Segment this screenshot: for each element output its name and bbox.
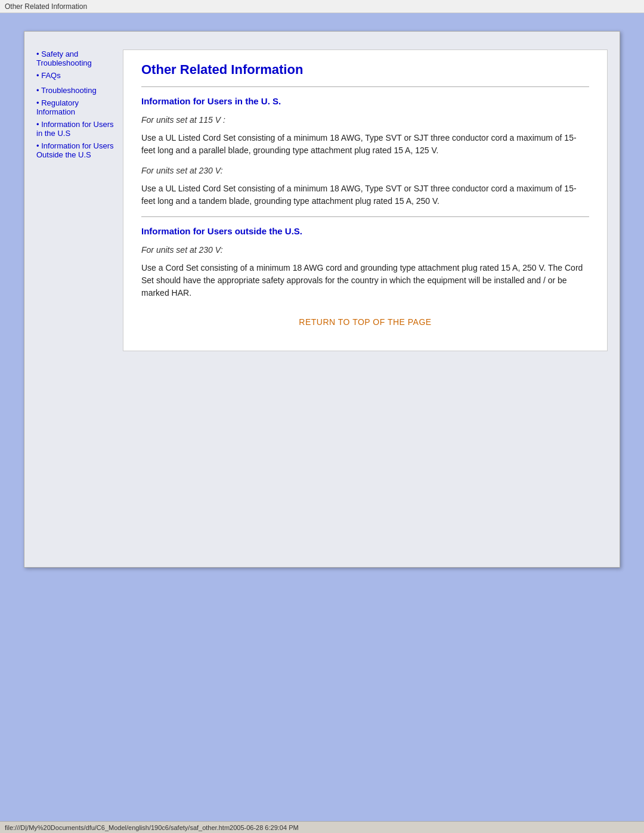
sidebar-link-troubleshooting[interactable]: Troubleshooting [41,86,97,95]
bullet-icon: • [36,71,41,80]
sidebar-item-info-outside-us[interactable]: • Information for Users Outside the U.S [36,141,117,159]
section1-subsection1-body: Use a UL Listed Cord Set consisting of a… [141,132,589,157]
section2-subsection1-body: Use a Cord Set consisting of a minimum 1… [141,262,589,299]
sidebar-item-regulatory[interactable]: • Regulatory Information [36,98,117,116]
bullet-icon: • [36,141,41,150]
sidebar: • Safety and Troubleshooting • FAQs • Tr… [36,49,123,351]
sidebar-item-info-us[interactable]: • Information for Users in the U.S [36,120,117,138]
bullet-icon: • [36,120,41,129]
return-to-top-link[interactable]: RETURN TO TOP OF THE PAGE [299,317,431,327]
sidebar-link-info-outside-us[interactable]: Information for Users Outside the U.S [36,141,114,159]
divider-top [141,86,589,87]
page-title: Other Related Information [141,62,589,78]
sidebar-item-faqs[interactable]: • FAQs [36,71,117,80]
section2-title: Information for Users outside the U.S. [141,226,589,236]
sidebar-link-info-us[interactable]: Information for Users in the U.S [36,120,114,138]
bullet-icon: • [36,49,41,58]
sidebar-link-regulatory[interactable]: Regulatory Information [36,98,79,116]
browser-window: • Safety and Troubleshooting • FAQs • Tr… [24,31,620,568]
title-bar-text: Other Related Information [5,2,87,11]
sidebar-item-safety-troubleshooting[interactable]: • Safety and Troubleshooting [36,49,117,67]
section1-subsection2-italic: For units set at 230 V: [141,166,589,175]
divider-middle [141,216,589,217]
bullet-icon: • [36,86,41,95]
content-area: • Safety and Troubleshooting • FAQs • Tr… [24,32,620,369]
sidebar-link-faqs[interactable]: FAQs [41,71,61,80]
main-content: Other Related Information Information fo… [123,49,608,351]
section1-subsection1-italic: For units set at 115 V : [141,115,589,125]
status-bar: file:///D|/My%20Documents/dfu/C6_Model/e… [0,821,644,833]
section1-subsection2-body: Use a UL Listed Cord Set consisting of a… [141,182,589,208]
title-bar: Other Related Information [0,0,644,13]
status-bar-text: file:///D|/My%20Documents/dfu/C6_Model/e… [5,824,299,831]
section1-title: Information for Users in the U. S. [141,96,589,106]
sidebar-item-troubleshooting[interactable]: • Troubleshooting [36,86,117,95]
bullet-icon: • [36,98,41,107]
return-link-container: RETURN TO TOP OF THE PAGE [141,317,589,327]
sidebar-link-safety-troubleshooting[interactable]: Safety and Troubleshooting [36,49,92,67]
section2-subsection1-italic: For units set at 230 V: [141,245,589,255]
